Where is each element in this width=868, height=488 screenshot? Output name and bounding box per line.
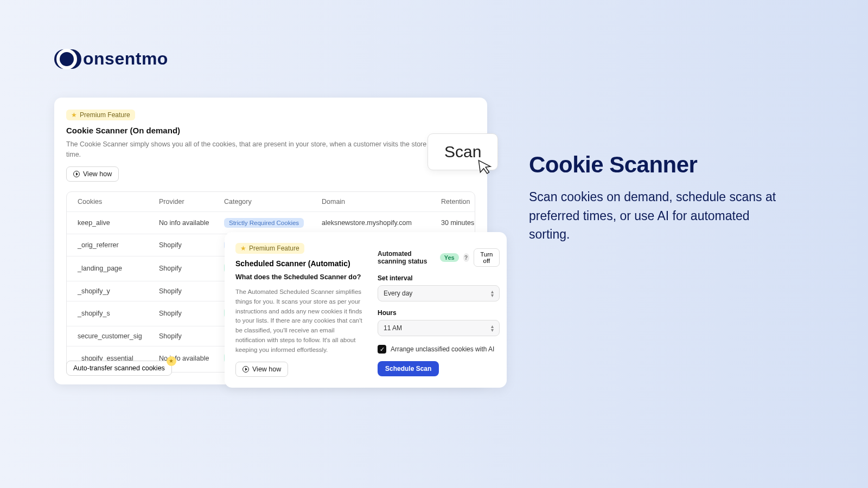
cookie-name: _orig_referrer <box>78 241 159 249</box>
status-label: Automated scanning status <box>378 250 436 265</box>
interval-select[interactable]: Every day ▴▾ <box>378 285 500 301</box>
schedule-scan-button[interactable]: Schedule Scan <box>378 361 439 376</box>
cookie-name: _landing_page <box>78 265 159 272</box>
col-domain: Domain <box>322 198 441 206</box>
cookie-provider: Shopify <box>159 265 224 272</box>
chevron-updown-icon: ▴▾ <box>491 290 494 297</box>
star-icon: ★ <box>240 245 246 252</box>
cookie-provider: Shopify <box>159 332 224 340</box>
help-icon[interactable]: ? <box>463 253 469 262</box>
view-how-button[interactable]: View how <box>66 166 119 182</box>
status-value: Yes <box>440 253 459 262</box>
hours-label: Hours <box>378 309 500 317</box>
hours-select[interactable]: 11 AM ▴▾ <box>378 320 500 336</box>
scheduled-title: Scheduled Scanner (Automatic) <box>235 259 366 268</box>
brand-name: onsentmo <box>83 49 168 69</box>
col-category: Category <box>224 198 322 206</box>
view-how-label: View how <box>252 365 281 373</box>
premium-label: Premium Feature <box>80 111 130 119</box>
cookie-domain: aleksnewstore.myshopify.com <box>322 219 441 227</box>
scan-label: Scan <box>444 143 481 160</box>
premium-label: Premium Feature <box>249 245 299 252</box>
interval-label: Set interval <box>378 274 500 282</box>
cursor-icon <box>476 156 497 177</box>
star-icon: ★ <box>167 356 176 366</box>
cookie-provider: No info available <box>159 219 224 227</box>
auto-transfer-button[interactable]: Auto-transfer scanned cookies ★ <box>66 361 172 376</box>
hours-value: 11 AM <box>384 324 402 332</box>
view-how-button[interactable]: View how <box>235 362 288 377</box>
interval-value: Every day <box>384 290 412 297</box>
cookie-provider: Shopify <box>159 287 224 295</box>
star-icon: ★ <box>71 111 77 119</box>
scheduled-scanner-panel: ★ Premium Feature Scheduled Scanner (Aut… <box>225 232 507 388</box>
cookie-retention: 30 minutes <box>441 219 484 227</box>
view-how-label: View how <box>83 170 112 178</box>
brand-logo: onsentmo <box>54 49 168 69</box>
table-row[interactable]: keep_alive No info available Strictly Re… <box>67 212 475 234</box>
hero-title: Cookie Scanner <box>529 152 789 178</box>
checkbox-checked-icon: ✓ <box>378 345 386 354</box>
cookie-name: secure_customer_sig <box>78 332 159 340</box>
table-header-row: Cookies Provider Category Domain Retenti… <box>67 192 475 212</box>
auto-transfer-label: Auto-transfer scanned cookies <box>73 364 165 372</box>
hero-body: Scan cookies on demand, schedule scans a… <box>529 188 789 244</box>
col-cookies: Cookies <box>78 198 159 206</box>
scan-status-row: Automated scanning status Yes ? Turn off <box>378 248 500 267</box>
ai-checkbox-label: Arrange unclassified cookies with AI <box>391 345 494 353</box>
cookie-name: keep_alive <box>78 219 159 227</box>
col-retention: Retention <box>441 198 484 206</box>
on-demand-title: Cookie Scanner (On demand) <box>66 126 475 135</box>
on-demand-description: The Cookie Scanner simply shows you all … <box>66 139 475 160</box>
col-provider: Provider <box>159 198 224 206</box>
premium-feature-badge: ★ Premium Feature <box>235 243 304 254</box>
ai-checkbox-row[interactable]: ✓ Arrange unclassified cookies with AI <box>378 345 500 354</box>
cookie-provider: Shopify <box>159 310 224 317</box>
cookie-name: _shopify_y <box>78 287 159 295</box>
turn-off-button[interactable]: Turn off <box>474 248 500 267</box>
cookie-name: _shopify_s <box>78 310 159 317</box>
hero-section: Cookie Scanner Scan cookies on demand, s… <box>529 152 789 244</box>
scheduled-body: The Automated Scheduled Scanner simplifi… <box>235 287 366 355</box>
cookie-provider: Shopify <box>159 241 224 249</box>
logo-mark-icon <box>54 49 81 69</box>
chevron-updown-icon: ▴▾ <box>491 324 494 332</box>
premium-feature-badge: ★ Premium Feature <box>66 110 135 120</box>
play-icon <box>73 171 80 177</box>
play-icon <box>242 366 249 373</box>
category-chip: Strictly Required Cookies <box>224 218 304 228</box>
scheduled-subtitle: What does the Scheduled Scanner do? <box>235 273 366 281</box>
